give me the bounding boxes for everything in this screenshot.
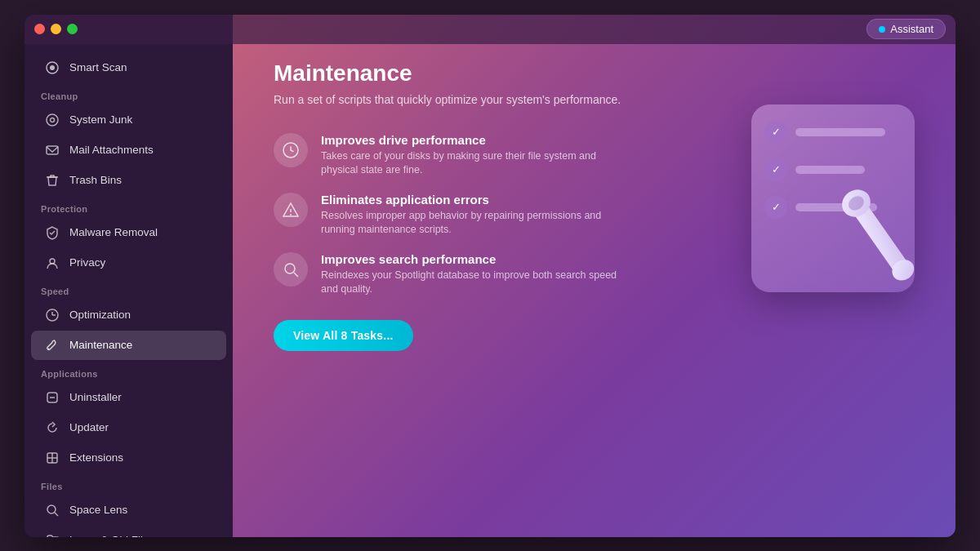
traffic-lights [34,24,78,34]
app-errors-icon [274,193,308,227]
assistant-dot [879,26,885,33]
trash-bins-icon [44,172,60,189]
sidebar-item-system-junk[interactable]: System Junk [31,105,226,135]
check-circle-1: ✓ [764,121,787,144]
check-line-1 [795,128,885,136]
extensions-icon [44,450,60,466]
sidebar-item-label: Maintenance [69,339,132,351]
section-label-files: Files [24,473,233,495]
feature-app-text: Eliminates application errors Resolves i… [321,193,633,238]
sidebar-item-label: Large & Old Files [69,534,154,537]
feature-drive-text: Improves drive performance Takes care of… [321,133,633,178]
sidebar-item-label: Space Lens [69,504,127,516]
section-label-protection: Protection [24,196,233,217]
space-lens-icon [44,502,60,518]
maximize-button[interactable] [67,24,78,34]
sidebar-item-label: Privacy [69,256,105,269]
feature-search-performance: Improves search performance Reindexes yo… [274,252,633,297]
sidebar-item-uninstaller[interactable]: Uninstaller [31,383,226,412]
feature-title: Improves drive performance [321,133,633,147]
sidebar-item-smart-scan[interactable]: Smart Scan [31,53,226,82]
svg-rect-4 [47,146,58,154]
section-label-cleanup: Cleanup [24,83,233,104]
checklist-row-1: ✓ [764,121,902,144]
svg-point-23 [285,264,295,273]
svg-point-3 [51,118,55,122]
sidebar-item-label: Mail Attachments [69,144,154,156]
updater-icon [44,420,60,436]
sidebar-item-space-lens[interactable]: Space Lens [31,495,226,525]
feature-desc: Takes care of your disks by making sure … [321,149,633,178]
illustration: ✓ ✓ ✓ [719,56,931,317]
titlebar: Assistant [24,15,956,44]
minimize-button[interactable] [51,24,61,34]
sidebar-item-label: Extensions [69,451,123,464]
svg-line-14 [55,513,58,516]
check-circle-3: ✓ [764,196,787,219]
features-list: Improves drive performance Takes care of… [274,133,633,297]
system-junk-icon [44,112,60,128]
svg-point-9 [48,348,50,349]
check-circle-2: ✓ [764,158,787,181]
optimization-icon [44,307,60,323]
svg-point-5 [50,259,55,264]
close-button[interactable] [34,24,45,34]
mail-attachments-icon [44,142,60,158]
uninstaller-icon [44,389,60,406]
sidebar-item-label: Trash Bins [69,174,122,186]
main-content: Maintenance Run a set of scripts that qu… [233,15,956,537]
malware-removal-icon [44,224,60,241]
sidebar-item-trash-bins[interactable]: Trash Bins [31,166,226,195]
smart-scan-icon [44,60,60,76]
sidebar-item-updater[interactable]: Updater [31,413,226,442]
privacy-icon [44,255,60,271]
svg-point-13 [47,505,56,513]
sidebar-item-mail-attachments[interactable]: Mail Attachments [31,136,226,165]
sidebar-item-label: Smart Scan [69,61,127,73]
sidebar-item-privacy[interactable]: Privacy [31,248,226,278]
assistant-button[interactable]: Assistant [866,19,946,39]
svg-point-1 [50,65,55,70]
view-all-tasks-button[interactable]: View All 8 Tasks... [274,320,413,351]
section-label-speed: Speed [24,278,233,300]
feature-title: Improves search performance [321,252,633,266]
sidebar-item-large-old-files[interactable]: Large & Old Files [31,526,226,537]
section-label-applications: Applications [24,361,233,382]
svg-point-2 [47,114,58,126]
sidebar-item-label: System Junk [69,113,132,126]
assistant-label: Assistant [890,23,933,35]
sidebar-item-label: Optimization [69,309,131,321]
maintenance-icon [44,337,60,353]
sidebar-item-label: Malware Removal [69,226,158,238]
sidebar-item-maintenance[interactable]: Maintenance [31,331,226,360]
sidebar: Smart Scan Cleanup System Junk Mail Atta… [24,15,233,537]
sidebar-item-label: Updater [69,421,109,433]
drive-performance-icon [274,133,308,167]
sidebar-item-extensions[interactable]: Extensions [31,443,226,473]
feature-title: Eliminates application errors [321,193,633,207]
svg-point-22 [290,214,292,216]
wrench-illustration [829,175,935,309]
feature-drive-performance: Improves drive performance Takes care of… [274,133,633,178]
sidebar-item-malware-removal[interactable]: Malware Removal [31,218,226,247]
feature-app-errors: Eliminates application errors Resolves i… [274,193,633,238]
feature-search-text: Improves search performance Reindexes yo… [321,252,633,297]
sidebar-item-optimization[interactable]: Optimization [31,300,226,330]
search-performance-icon [274,252,308,287]
feature-desc: Reindexes your Spotlight database to imp… [321,269,633,297]
app-window: Assistant Smart Scan Cleanup System [24,15,956,537]
large-old-files-icon [44,532,60,537]
feature-desc: Resolves improper app behavior by repair… [321,209,633,238]
svg-line-24 [294,273,298,277]
check-line-2 [795,166,865,174]
sidebar-item-label: Uninstaller [69,391,122,403]
